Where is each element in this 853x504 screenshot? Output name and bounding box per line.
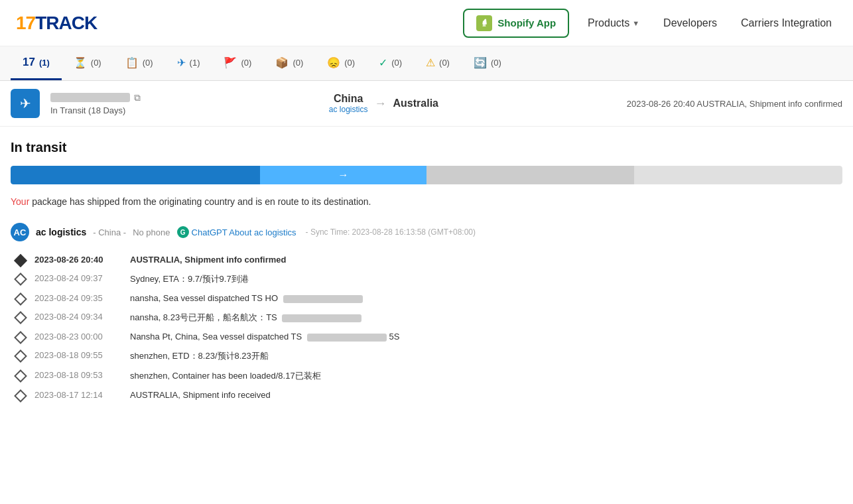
section-title: In transit [11,140,842,155]
progress-arrow-icon: → [338,169,349,181]
tab-pending-count: (0) [91,58,101,68]
main-content: In transit → Your package has shipped fr… [0,127,853,428]
event-time: 2023-08-18 09:55 [34,350,121,360]
destination-country: Australia [393,97,438,109]
tab-pending[interactable]: ⏳ (0) [62,47,113,80]
carrier-name: ac logistics [36,227,86,237]
carrier-header: AC ac logistics - China - No phone G Cha… [11,223,842,241]
event-time: 2023-08-23 00:00 [34,332,121,342]
tab-delivered[interactable]: 📦 (0) [263,47,315,80]
event-dot-icon [14,349,27,363]
description-highlight: Your [11,196,29,207]
event-dot-icon [14,254,27,267]
origin-country: China [329,93,368,105]
tracking-carrier: ac logistics [329,105,368,114]
tracking-timestamp: 2023-08-26 20:40 AUSTRALIA, Shipment inf… [627,99,842,109]
tab-undelivered-icon: 😞 [327,56,340,69]
tab-expired-count: (0) [439,58,450,68]
event-blurred-content [282,314,361,322]
package-description: Your package has shipped from the origin… [11,196,842,207]
event-description: nansha, 8.23号已开船，船名航次：TS [130,312,842,324]
route-arrow-icon: → [375,97,387,111]
event-row: 2023-08-23 00:00 Nansha Pt, China, Sea v… [16,328,842,346]
tab-delivery-count: (0) [241,58,251,68]
nav-carriers-integration[interactable]: Carriers Integration [736,17,837,29]
nav-products[interactable]: Products ▼ [582,17,645,29]
progress-segment-4 [634,166,842,184]
header: 17TRACK Shopify App Products ▼ Developer… [0,0,853,46]
carrier-logo: AC [11,223,29,241]
event-description: nansha, Sea vessel dispatched TS HO [130,293,842,303]
tracking-status-text: In Transit (18 Days) [50,105,141,115]
tab-expired[interactable]: ⚠ (0) [414,47,462,80]
tracking-route: China ac logistics → Australia [151,93,616,114]
tab-delivery-icon: 🚩 [224,56,237,69]
tracking-number-blurred [50,93,130,102]
tab-info-received[interactable]: 📋 (0) [113,47,165,80]
tab-in-transit[interactable]: ✈ (1) [165,47,212,80]
event-row: 2023-08-18 09:55 shenzhen, ETD：8.23/预计8.… [16,346,842,366]
tab-exception[interactable]: ✓ (0) [367,47,414,80]
progress-segment-2: → [260,166,426,184]
event-time: 2023-08-24 09:35 [34,293,121,303]
event-time: 2023-08-24 09:34 [34,312,121,322]
tab-delivered-count: (0) [293,58,303,68]
tab-info-icon: 📋 [125,56,139,69]
event-time: 2023-08-18 09:53 [34,370,121,380]
tab-transit-count: (1) [190,58,200,68]
carrier-country: - China - [93,227,126,237]
carrier-section: AC ac logistics - China - No phone G Cha… [11,223,842,405]
tab-all[interactable]: 17 (1) [11,46,62,80]
chatgpt-icon: G [177,226,189,238]
event-row: 2023-08-18 09:53 shenzhen, Container has… [16,366,842,386]
shopify-icon [476,15,492,31]
event-description: AUSTRALIA, Shipment info confirmed [130,255,842,265]
logo: 17TRACK [16,13,97,34]
tab-exception-icon: ✓ [379,56,387,69]
event-time: 2023-08-17 12:14 [34,390,121,400]
logo-17: 17 [16,13,35,34]
event-time: 2023-08-24 09:37 [34,273,121,283]
event-description: Nansha Pt, China, Sea vessel dispatched … [130,332,842,342]
event-dot-icon [14,311,27,324]
tab-info-count: (0) [143,58,153,68]
event-dot-icon [14,273,27,286]
sync-time: - Sync Time: 2023-08-28 16:13:58 (GMT+08… [306,227,476,237]
event-description: shenzhen, ETD：8.23/预计8.23开船 [130,350,842,362]
event-dot-icon [14,292,27,306]
tab-delivered-icon: 📦 [275,56,289,69]
products-dropdown-arrow: ▼ [632,19,639,27]
event-description: shenzhen, Container has been loaded/8.17… [130,370,842,382]
tab-transit-icon: ✈ [177,56,186,69]
shopify-app-button[interactable]: Shopify App [463,9,569,38]
tracking-info: ⧉ In Transit (18 Days) [50,92,141,115]
event-row: 2023-08-17 12:14 AUSTRALIA, Shipment inf… [16,386,842,405]
tab-return-icon: 🔄 [474,56,487,69]
carrier-phone: No phone [133,227,170,237]
chatgpt-link[interactable]: G ChatGPT About ac logistics [177,226,296,238]
logo-track: TRACK [35,13,97,34]
copy-tracking-number-button[interactable]: ⧉ [134,92,141,103]
tab-expired-icon: ⚠ [426,56,435,69]
event-blurred-content [283,295,363,303]
tab-pending-icon: ⏳ [74,56,87,69]
tracking-status-icon: ✈ [11,89,40,118]
events-list: 2023-08-26 20:40 AUSTRALIA, Shipment inf… [11,251,842,405]
tab-return-count: (0) [491,58,501,68]
shopify-btn-label: Shopify App [497,17,556,29]
event-row: 2023-08-24 09:35 nansha, Sea vessel disp… [16,289,842,308]
tab-return[interactable]: 🔄 (0) [462,47,513,80]
tab-bar: 17 (1) ⏳ (0) 📋 (0) ✈ (1) 🚩 (0) 📦 (0) 😞 (… [0,46,853,81]
tab-undelivered[interactable]: 😞 (0) [315,47,367,80]
tab-out-for-delivery[interactable]: 🚩 (0) [212,47,263,80]
description-rest: package has shipped from the originating… [29,196,371,207]
progress-bar: → [11,166,842,184]
event-dot-icon [14,331,27,344]
tab-all-count: (1) [39,58,50,68]
chatgpt-label: ChatGPT About ac logistics [192,227,296,237]
event-description: AUSTRALIA, Shipment info received [130,390,842,400]
event-dot-icon [14,369,27,383]
event-dot-icon [14,389,27,403]
nav-developers[interactable]: Developers [658,17,722,29]
progress-segment-1 [11,166,260,184]
